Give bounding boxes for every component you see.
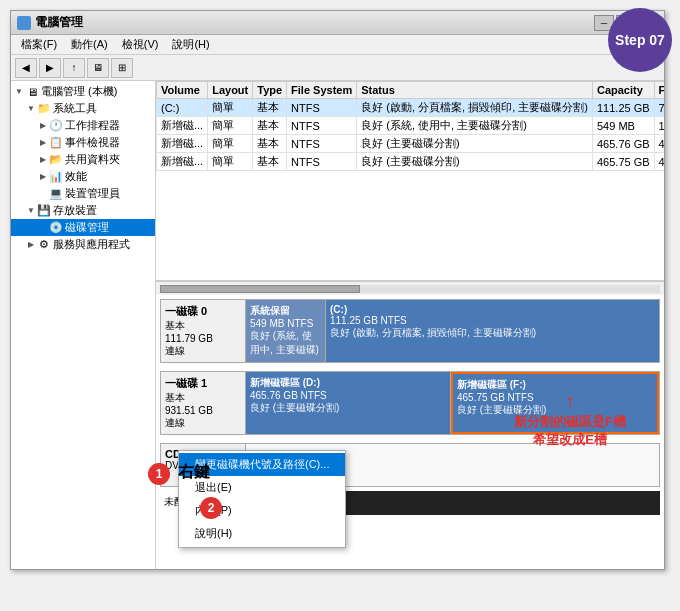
sidebar-item-disk-management[interactable]: 💿 磁碟管理 (11, 219, 155, 236)
toolbar-btn-5[interactable]: ⊞ (111, 58, 133, 78)
right-click-label: 右鍵 (178, 462, 210, 483)
sidebar-item-device-manager[interactable]: 💻 裝置管理員 (11, 185, 155, 202)
col-capacity[interactable]: Capacity (592, 82, 654, 99)
annotation-box: ↑ 新分割的磁區是F槽 希望改成E槽 (490, 390, 650, 449)
annotation-text-line2: 希望改成E槽 (490, 431, 650, 449)
disk-table-area[interactable]: Volume Layout Type File System Status Ca… (156, 81, 664, 281)
table-row[interactable]: (C:)簡單基本NTFS良好 (啟動, 分頁檔案, 損毀傾印, 主要磁碟分割)1… (157, 99, 665, 117)
sidebar-item-performance[interactable]: ▶ 📊 效能 (11, 168, 155, 185)
sidebar-item-services[interactable]: ▶ ⚙ 服務與應用程式 (11, 236, 155, 253)
expand-icon: ▶ (25, 239, 37, 251)
event-icon: 📋 (49, 136, 63, 150)
col-filesystem[interactable]: File System (287, 82, 357, 99)
toolbar-btn-2[interactable]: ▶ (39, 58, 61, 78)
table-cell: 良好 (主要磁碟分割) (357, 153, 593, 171)
device-icon: 💻 (49, 187, 63, 201)
col-layout[interactable]: Layout (208, 82, 253, 99)
sidebar-item-event-viewer[interactable]: ▶ 📋 事件檢視器 (11, 134, 155, 151)
table-cell: 549 MB (592, 117, 654, 135)
computer-icon: 🖥 (25, 85, 39, 99)
storage-icon: 💾 (37, 204, 51, 218)
annotation-arrow-icon: ↑ (490, 390, 650, 413)
table-cell: 簡單 (208, 153, 253, 171)
partition-system-reserved[interactable]: 系統保留 549 MB NTFS 良好 (系統, 使用中, 主要磁碟) (246, 300, 326, 362)
window-title: 電腦管理 (35, 14, 590, 31)
partition-c[interactable]: (C:) 111.25 GB NTFS 良好 (啟動, 分頁檔案, 損毀傾印, … (326, 300, 659, 362)
table-cell: (C:) (157, 99, 208, 117)
table-cell: 簡單 (208, 99, 253, 117)
menu-view[interactable]: 檢視(V) (116, 35, 165, 54)
disk-icon: 💿 (49, 221, 63, 235)
ctx-help[interactable]: 說明(H) (179, 522, 345, 545)
expand-icon: ▶ (37, 154, 49, 166)
expand-icon: ▼ (13, 86, 25, 98)
table-cell: 基本 (253, 117, 287, 135)
table-row[interactable]: 新增磁...簡單基本NTFS良好 (系統, 使用中, 主要磁碟分割)549 MB… (157, 117, 665, 135)
disk-table: Volume Layout Type File System Status Ca… (156, 81, 664, 171)
menu-bar: 檔案(F) 動作(A) 檢視(V) 說明(H) (11, 35, 664, 55)
disk-1-label: 一磁碟 1 基本 931.51 GB 連線 (161, 372, 246, 434)
disk-0-partitions: 系統保留 549 MB NTFS 良好 (系統, 使用中, 主要磁碟) (C:)… (246, 300, 659, 362)
table-row[interactable]: 新增磁...簡單基本NTFS良好 (主要磁碟分割)465.75 GB465.60… (157, 153, 665, 171)
window-icon (17, 16, 31, 30)
table-cell: 基本 (253, 135, 287, 153)
table-cell: 115 MB (654, 117, 664, 135)
share-icon: 📂 (49, 153, 63, 167)
sidebar-item-system-tools[interactable]: ▼ 📁 系統工具 (11, 100, 155, 117)
perf-icon: 📊 (49, 170, 63, 184)
callout-2: 2 (200, 497, 222, 519)
expand-icon: ▶ (37, 171, 49, 183)
table-cell: NTFS (287, 99, 357, 117)
scroll-bar[interactable] (156, 281, 664, 295)
menu-file[interactable]: 檔案(F) (15, 35, 63, 54)
col-volume[interactable]: Volume (157, 82, 208, 99)
table-cell: NTFS (287, 153, 357, 171)
table-cell: 簡單 (208, 117, 253, 135)
task-icon: 🕐 (49, 119, 63, 133)
toolbar: ◀ ▶ ↑ 🖥 ⊞ (11, 55, 664, 81)
sidebar-item-storage[interactable]: ▼ 💾 存放裝置 (11, 202, 155, 219)
table-cell: 新增磁... (157, 135, 208, 153)
expand-icon: ▶ (37, 137, 49, 149)
col-type[interactable]: Type (253, 82, 287, 99)
toolbar-btn-3[interactable]: ↑ (63, 58, 85, 78)
expand-icon (37, 188, 49, 200)
menu-action[interactable]: 動作(A) (65, 35, 114, 54)
table-cell: 良好 (啟動, 分頁檔案, 損毀傾印, 主要磁碟分割) (357, 99, 593, 117)
expand-icon: ▶ (37, 120, 49, 132)
table-row[interactable]: 新增磁...簡單基本NTFS良好 (主要磁碟分割)465.76 GB465.60… (157, 135, 665, 153)
annotation-text-line1: 新分割的磁區是F槽 (490, 413, 650, 431)
col-status[interactable]: Status (357, 82, 593, 99)
title-bar: 電腦管理 ─ □ ✕ (11, 11, 664, 35)
table-cell: 新增磁... (157, 117, 208, 135)
folder-icon: 📁 (37, 102, 51, 116)
table-cell: 465.76 GB (592, 135, 654, 153)
col-freespace[interactable]: Free Space (654, 82, 664, 99)
expand-icon: ▼ (25, 205, 37, 217)
disk-0-block: 一磁碟 0 基本 111.79 GB 連線 系統保留 549 MB NTFS 良… (160, 299, 660, 363)
table-cell: 111.25 GB (592, 99, 654, 117)
services-icon: ⚙ (37, 238, 51, 252)
expand-icon: ▼ (25, 103, 37, 115)
toolbar-btn-4[interactable]: 🖥 (87, 58, 109, 78)
table-cell: 465.75 GB (592, 153, 654, 171)
table-cell: 78.12 GB (654, 99, 664, 117)
menu-help[interactable]: 說明(H) (166, 35, 215, 54)
sidebar-item-shared-folders[interactable]: ▶ 📂 共用資料夾 (11, 151, 155, 168)
expand-icon (37, 222, 49, 234)
table-cell: NTFS (287, 117, 357, 135)
table-cell: 465.60 GB (654, 135, 664, 153)
sidebar-root[interactable]: ▼ 🖥 電腦管理 (本機) (11, 83, 155, 100)
partition-d[interactable]: 新增磁碟區 (D:) 465.76 GB NTFS 良好 (主要磁碟分割) (246, 372, 451, 434)
table-cell: 簡單 (208, 135, 253, 153)
table-cell: 465.60 GB (654, 153, 664, 171)
toolbar-btn-1[interactable]: ◀ (15, 58, 37, 78)
disk-0-label: 一磁碟 0 基本 111.79 GB 連線 (161, 300, 246, 362)
table-cell: 良好 (系統, 使用中, 主要磁碟分割) (357, 117, 593, 135)
sidebar-item-task-scheduler[interactable]: ▶ 🕐 工作排程器 (11, 117, 155, 134)
table-cell: NTFS (287, 135, 357, 153)
table-cell: 新增磁... (157, 153, 208, 171)
table-cell: 基本 (253, 153, 287, 171)
sidebar: ▼ 🖥 電腦管理 (本機) ▼ 📁 系統工具 ▶ 🕐 工作排程器 ▶ 📋 事件檢… (11, 81, 156, 569)
table-cell: 基本 (253, 99, 287, 117)
